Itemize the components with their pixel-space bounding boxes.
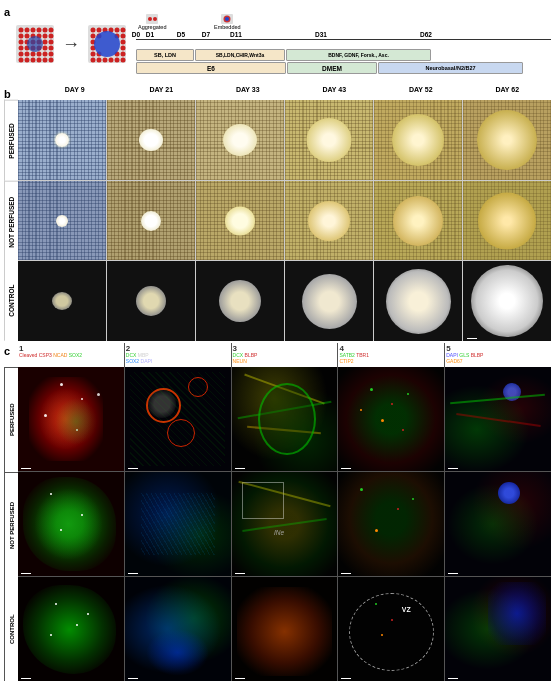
c-control-row: VZ [18,577,551,681]
day-43-header: DAY 43 [292,86,379,100]
svg-point-60 [109,58,114,63]
c-col1-header: 1 Cleaved CSP3 NCAD SOX2 [18,343,125,367]
scaffold-after-icon [88,25,126,63]
day-d31: D31 [315,31,327,38]
svg-point-45 [91,34,96,39]
svg-point-1 [19,28,24,33]
c-row-labels: PERFUSED NOT PERFUSED CONTROL [4,367,18,681]
svg-point-61 [115,58,120,63]
c-col4-header: 4 SATB2 TBR1 CTIP2 [338,343,445,367]
phase-neurobasal: Neurobasal/N2/B27 [378,62,523,74]
control-day62 [463,261,551,341]
c-c-col2 [125,577,232,681]
svg-point-32 [25,58,30,63]
aggregate-icon [146,14,158,24]
control-day21 [107,261,196,341]
svg-point-13 [19,40,24,45]
notperfused-day21 [107,181,196,261]
timeline-section: Aggregated Embedded D0 [132,14,551,74]
vz-label: VZ [402,606,411,613]
figure-container: a [0,0,555,685]
not-perfused-row [18,181,551,262]
c-col2-header: 2 DCX MBP SOX2 DAPI [125,343,232,367]
day-d62: D62 [420,31,432,38]
svg-point-40 [97,28,102,33]
perfused-day33 [196,100,285,180]
svg-point-39 [91,28,96,33]
svg-point-31 [19,58,24,63]
svg-point-24 [49,46,54,51]
c-c-col1 [18,577,125,681]
svg-point-8 [25,34,30,39]
svg-point-25 [19,52,24,57]
treatment-sb-ldn: SB, LDN [136,49,194,61]
svg-point-66 [153,17,157,21]
svg-point-28 [37,52,42,57]
day-52-header: DAY 52 [378,86,465,100]
c-notperfused-row: INe [18,472,551,577]
c-row-perfused-label: PERFUSED [4,367,18,472]
c-c-col4: VZ [338,577,445,681]
panel-c-label: c [4,345,10,357]
perfused-day52 [374,100,463,180]
c-col-headers: 1 Cleaved CSP3 NCAD SOX2 2 DCX MBP SOX2 … [4,343,551,367]
svg-point-52 [121,46,126,51]
perfused-day21 [107,100,196,180]
day-d0: D0 [132,31,140,38]
svg-point-6 [49,28,54,33]
svg-point-56 [121,52,126,57]
svg-point-62 [121,58,126,63]
ine-label: INe [274,529,284,536]
svg-point-17 [43,40,48,45]
c-c-col5 [445,577,551,681]
b-images-area [18,100,551,341]
treatment-bdnf: BDNF, GDNF, Forsk., Asc. [286,49,431,61]
c-col5-header: 5 DAPI GLS BLBP GAD67 [445,343,551,367]
day-headers: DAY 9 DAY 21 DAY 33 DAY 43 DAY 52 DAY 62 [4,86,551,100]
perfused-day43 [285,100,374,180]
svg-point-12 [49,34,54,39]
c-rows-wrapper: PERFUSED NOT PERFUSED CONTROL [4,367,551,681]
notperfused-day62 [463,181,551,261]
perfused-day62 [463,100,551,180]
panel-c: c 1 Cleaved CSP3 NCAD SOX2 2 DCX MBP SOX… [4,343,551,681]
day-33-header: DAY 33 [205,86,292,100]
perfused-day9 [18,100,107,180]
day-d7: D7 [202,31,210,38]
perfused-row [18,100,551,181]
svg-point-69 [225,17,229,21]
svg-point-50 [121,40,126,45]
svg-point-35 [43,58,48,63]
panel-a-label: a [4,6,10,18]
svg-point-26 [25,52,30,57]
svg-point-43 [115,28,120,33]
svg-point-58 [97,58,102,63]
svg-point-59 [103,58,108,63]
c-np-col5 [445,472,551,576]
panel-a: a [4,4,551,84]
svg-point-36 [49,58,54,63]
embedded-icon [221,14,233,24]
svg-point-3 [31,28,36,33]
control-day43 [285,261,374,341]
c-np-col4 [338,472,445,576]
day-62-header: DAY 62 [465,86,552,100]
embedded-label: Embedded [214,24,241,30]
c-np-col3: INe [232,472,339,576]
svg-point-63 [94,31,120,57]
c-p-col4 [338,367,445,471]
b-row-labels: PERFUSED NOT PERFUSED CONTROL [4,100,18,341]
notperfused-day9 [18,181,107,261]
notperfused-day33 [196,181,285,261]
day-9-header: DAY 9 [32,86,119,100]
day-21-header: DAY 21 [119,86,206,100]
scaffold-images: → [16,25,126,63]
day-d5: D5 [177,31,185,38]
panel-a-content: → [4,14,551,74]
panel-b: b DAY 9 DAY 21 DAY 33 DAY 43 DAY 52 DAY … [4,86,551,341]
svg-point-30 [49,52,54,57]
c-row-control-label: CONTROL [4,577,18,681]
day-d1: D1 [146,31,154,38]
treatment-sb-ldn-chir: SB,LDN,CHIR,Wnt3a [195,49,285,61]
c-p-col1 [18,367,125,471]
